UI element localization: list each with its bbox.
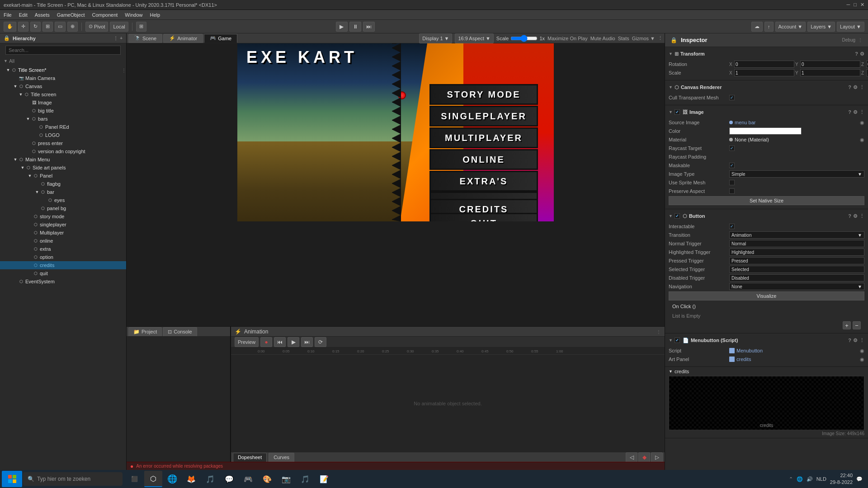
image-info-icon[interactable]: ? [848,109,851,115]
menu-component[interactable]: Component [92,12,118,18]
menubutton-menu-icon[interactable]: ⋮ [859,338,864,343]
pause-btn[interactable]: ⏸ [349,22,361,32]
add-onclick-btn[interactable]: + [843,321,851,329]
button-gear-icon[interactable]: ⚙ [853,213,858,219]
menu-file[interactable]: File [4,12,12,18]
transform-tool[interactable]: ⊕ [67,22,78,32]
hierarchy-search[interactable] [5,46,121,55]
taskbar-chrome[interactable]: 🌐 [163,471,181,487]
anim-next-btn[interactable]: ⏭ [301,337,313,347]
timeline-menu-btn[interactable]: ⋮ [656,329,661,334]
color-swatch[interactable] [729,127,802,135]
scale-tool[interactable]: ⊞ [42,22,53,32]
scale-z-input[interactable] [866,69,868,76]
stats-btn[interactable]: Stats [618,36,629,41]
tab-dopesheet[interactable]: Dopesheet [233,453,267,462]
maximize-btn[interactable]: Maximize On Play [547,36,588,41]
mute-btn[interactable]: Mute Audio [590,36,615,41]
tree-item-main-menu[interactable]: ▼ ⬡ Main Menu [0,155,126,164]
tab-animator[interactable]: ⚡ Animator [163,34,203,43]
account-btn[interactable]: Account ▼ [775,22,806,32]
tab-curves[interactable]: Curves [269,453,294,462]
volume-icon[interactable]: 🔊 [807,476,813,482]
inspector-menu-btn[interactable]: ⋮ [858,38,863,42]
tab-console[interactable]: ⊡ Console [163,327,197,336]
inspector-debug-btn[interactable]: Debug [842,38,855,42]
button-info-icon[interactable]: ? [848,213,851,219]
tree-item-credits[interactable]: ⬡ credits [0,261,126,269]
tree-item-quit[interactable]: ⬡ quit [0,269,126,277]
tree-item-panel[interactable]: ▼ ⬡ Panel [0,172,126,180]
tree-item-online[interactable]: ⬡ online [0,237,126,245]
menu-gameobject[interactable]: GameObject [57,12,85,18]
anim-record-btn[interactable]: ● [260,337,272,347]
tree-item-big-title[interactable]: ⬡ big title [0,107,126,115]
tab-scene[interactable]: 🔭 Scene [128,34,162,43]
transition-select[interactable]: Animation ▼ [729,231,864,239]
cloud-btn[interactable]: ↑ [764,22,774,32]
play-btn[interactable]: ▶ [336,22,348,32]
tree-item-version[interactable]: ⬡ version adn copyright [0,147,126,155]
tree-item-menu[interactable]: ⋮ [122,68,126,73]
navigation-select[interactable]: None ▼ [729,283,864,290]
minimize-btn[interactable]: ─ [847,2,850,8]
hierarchy-add-icon[interactable]: + [120,36,123,41]
tree-item-title-screen[interactable]: ▼ ⬡ Title Screen* ⋮ [0,66,126,74]
close-btn[interactable]: ✕ [860,2,864,8]
layout-btn[interactable]: Layout ▼ [837,22,864,32]
image-type-select[interactable]: Simple ▼ [729,170,864,178]
btn-multiplayer[interactable]: MULTIPLAYER [429,127,538,148]
use-sprite-checkbox[interactable] [729,180,735,185]
taskbar-app7[interactable]: 📷 [277,471,295,487]
canvas-renderer-menu-icon[interactable]: ⋮ [859,84,864,90]
transform-gear-icon[interactable]: ⚙ [860,51,864,57]
rot-x-input[interactable] [734,61,794,68]
taskbar-app9[interactable]: 📝 [315,471,333,487]
source-image-select-btn[interactable]: ◉ [860,120,864,126]
raycast-target-checkbox[interactable]: ✓ [729,145,735,151]
selected-trigger-input[interactable] [729,266,864,273]
tree-item-eventsystem[interactable]: ⬡ EventSystem [0,277,126,286]
keyframe-next[interactable]: ▷ [651,452,663,462]
menubutton-header[interactable]: ▼ ✓ 📄 Menubutton (Script) ? ⚙ ⋮ [665,335,868,345]
material-select-btn[interactable]: ◉ [860,137,864,143]
tree-item-flagbg[interactable]: ⬡ flagbg [0,180,126,188]
image-header[interactable]: ▼ ✓ 🖼 Image ? ⚙ ⋮ [665,107,868,117]
pivot-btn[interactable]: ⊙ Pivot [85,22,108,32]
art-panel-select-btn[interactable]: ◉ [860,357,864,362]
image-gear-icon[interactable]: ⚙ [853,109,858,115]
image-enable-checkbox[interactable]: ✓ [675,109,680,115]
network-icon[interactable]: 🌐 [797,476,803,482]
taskbar-app6[interactable]: 🎨 [258,471,276,487]
tree-item-panel-red[interactable]: ⬡ Panel REd [0,123,126,131]
highlighted-trigger-input[interactable] [729,249,864,256]
hierarchy-menu-icon[interactable]: ⋮ [113,36,118,41]
anim-prev-btn[interactable]: ⏮ [274,337,286,347]
anim-play-btn[interactable]: ▶ [288,337,299,347]
view-menu-btn[interactable]: ⋮ [658,35,663,41]
transform-info-icon[interactable]: ? [855,51,858,57]
tree-item-singleplayer[interactable]: ⬡ singleplayer [0,221,126,229]
taskbar-app3[interactable]: 🎵 [201,471,219,487]
maskable-checkbox[interactable]: ✓ [729,163,735,168]
menubutton-enable-checkbox[interactable]: ✓ [675,338,680,343]
canvas-renderer-info-icon[interactable]: ? [848,84,851,90]
rot-z-input[interactable] [866,61,868,68]
taskbar-search[interactable]: 🔍 Typ hier om te zoeken [23,472,123,486]
layers-btn[interactable]: Layers ▼ [807,22,835,32]
button-header[interactable]: ▼ ✓ ⬡ Button ? ⚙ ⋮ [665,211,868,221]
image-menu-icon[interactable]: ⋮ [859,109,864,115]
tree-item-image[interactable]: 🖼 Image [0,99,126,107]
set-native-size-btn[interactable]: Set Native Size [669,196,864,205]
gizmos-btn[interactable]: Gizmos ▼ [632,36,655,41]
canvas-renderer-header[interactable]: ▼ ⬡ Canvas Renderer ? ⚙ ⋮ [665,82,868,92]
menu-window[interactable]: Window [125,12,142,18]
tree-item-multiplayer[interactable]: ⬡ Multiplayer [0,229,126,237]
taskbar-app4[interactable]: 💬 [220,471,238,487]
transform-header[interactable]: ▼ ⊞ Transform ? ⚙ [665,49,868,59]
tree-item-logo[interactable]: ⬡ LOGO [0,131,126,139]
tree-item-option[interactable]: ⬡ option [0,253,126,261]
tree-item-press-enter[interactable]: ⬡ press enter [0,139,126,147]
step-btn[interactable]: ⏭ [363,22,375,32]
btn-extras[interactable]: EXTRA'S [429,171,538,192]
